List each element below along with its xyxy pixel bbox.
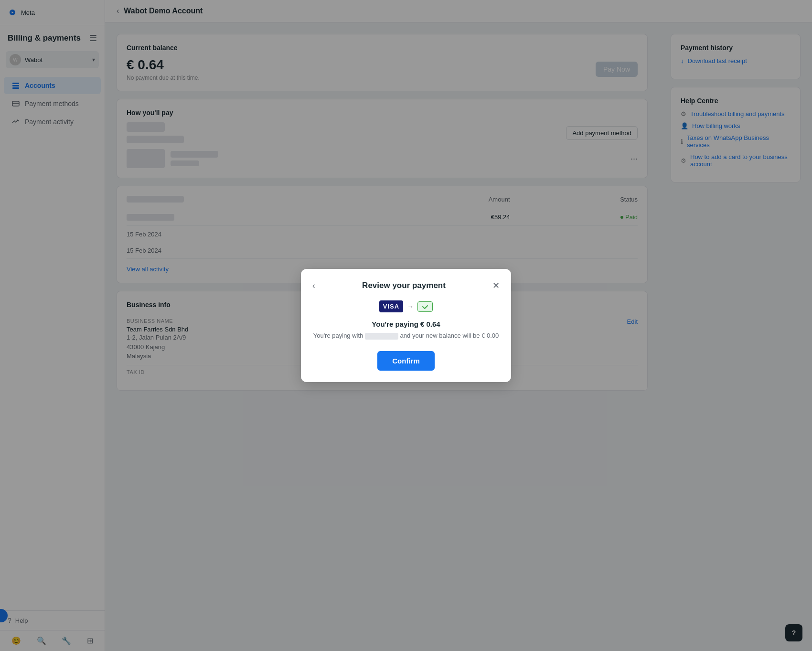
arrow-right-icon: → (407, 303, 414, 310)
visa-badge: VISA (379, 300, 403, 312)
green-badge (417, 301, 433, 312)
modal-paying-title: You're paying € 0.64 (312, 320, 500, 328)
paying-suffix: and your new balance will be € 0.00 (400, 332, 499, 339)
modal-header: ‹ Review your payment ✕ (312, 280, 500, 291)
modal-close-button[interactable]: ✕ (492, 280, 500, 291)
payment-icons: VISA → (312, 300, 500, 312)
modal-overlay: ‹ Review your payment ✕ VISA → You're pa… (0, 0, 812, 651)
modal-paying-sub: You're paying with and your new balance … (312, 332, 500, 340)
paying-with-skeleton (365, 333, 398, 340)
modal-title: Review your payment (315, 281, 492, 290)
confirm-button[interactable]: Confirm (377, 351, 435, 371)
review-payment-modal: ‹ Review your payment ✕ VISA → You're pa… (301, 269, 511, 382)
paying-prefix: You're paying with (313, 332, 363, 339)
